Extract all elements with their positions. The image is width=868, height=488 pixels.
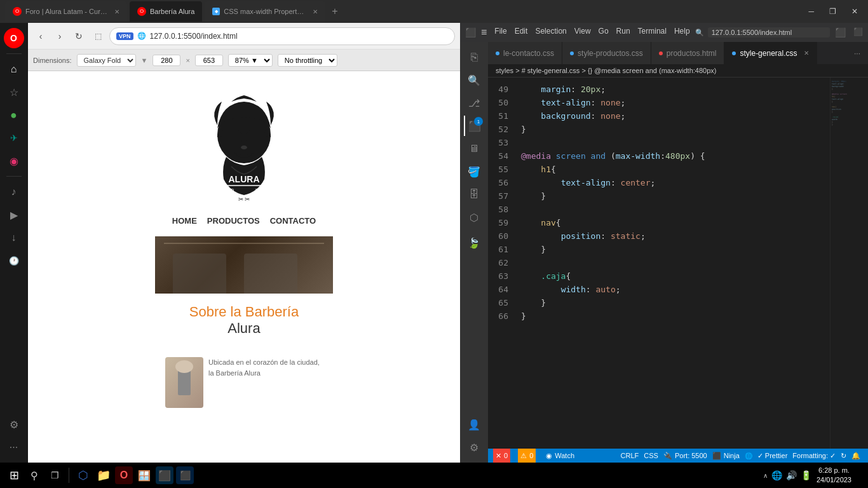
status-sync[interactable]: ↻ <box>838 449 849 463</box>
nav-home[interactable]: HOME <box>172 216 197 226</box>
tab-style-general-close[interactable]: ✕ <box>804 50 809 57</box>
act-icon-settings-gear[interactable]: ⚙ <box>464 437 484 458</box>
sidebar-icon-music[interactable]: ♪ <box>4 182 24 202</box>
menu-run[interactable]: Run <box>616 27 630 38</box>
taskbar-vscode-2[interactable]: ⬛ <box>176 466 194 484</box>
sidebar-icon-whatsapp[interactable]: ● <box>4 105 24 125</box>
status-ninja[interactable]: ⬛ Ninja <box>710 449 742 463</box>
phone-frame: ALURA ESTD 2020 ✂ ✂ <box>155 74 333 460</box>
width-input[interactable] <box>153 55 180 66</box>
nav-productos[interactable]: PRODUCTOS <box>207 216 260 226</box>
nav-forward-button[interactable]: › <box>52 29 67 44</box>
menu-file[interactable]: File <box>494 27 506 38</box>
tab-style-productos[interactable]: style-productos.css <box>562 42 651 64</box>
sidebar-icon-instagram[interactable]: ◉ <box>4 151 24 171</box>
edge-icon: ⬡ <box>78 468 88 482</box>
system-clock[interactable]: 6:28 p. m. 24/01/2023 <box>817 466 851 485</box>
formatting-label: Formatting: ✓ <box>792 452 836 460</box>
tab-style-general[interactable]: style-general.css ✕ <box>724 42 817 64</box>
editor-tab-more[interactable]: ··· <box>846 49 868 58</box>
status-notifications[interactable]: 🔔 <box>849 449 863 463</box>
tray-battery-icon[interactable]: 🔋 <box>801 470 811 480</box>
close-button[interactable]: ✕ <box>846 7 863 16</box>
throttle-select[interactable]: No throttling <box>278 54 337 67</box>
status-formatting[interactable]: Formatting: ✓ <box>790 449 838 463</box>
nav-device-toggle[interactable]: ⬚ <box>90 29 105 44</box>
act-icon-layers[interactable]: ⬡ <box>464 207 484 227</box>
minimize-button[interactable]: ─ <box>803 7 819 16</box>
act-icon-search[interactable]: 🔍 <box>464 70 484 90</box>
tab-foro[interactable]: O Foro | Alura Latam - Cursos... ✕ <box>5 1 127 22</box>
tab-css-dot-1 <box>496 51 499 55</box>
act-icon-explorer[interactable]: ⎘ <box>464 47 484 67</box>
status-port[interactable]: 🔌 Port: 5500 <box>661 449 710 463</box>
nav-refresh-button[interactable]: ↻ <box>71 29 86 44</box>
act-icon-extensions[interactable]: ⬛ 1 <box>464 116 484 136</box>
vscode-hamburger[interactable]: ≡ <box>481 27 487 38</box>
vscode-split-icon[interactable]: ⬛ <box>853 27 863 37</box>
restore-button[interactable]: ❐ <box>824 7 841 16</box>
taskbar-task-view[interactable]: ❐ <box>46 466 64 484</box>
tab-barberia[interactable]: O Barbería Alura <box>130 1 202 22</box>
sidebar-icon-download[interactable]: ↓ <box>4 227 24 248</box>
sidebar-icon-bookmark[interactable]: ☆ <box>4 82 24 102</box>
device-select[interactable]: Galaxy Fold <box>77 54 136 67</box>
nav-back-button[interactable]: ‹ <box>33 29 48 44</box>
taskbar-start-button[interactable]: ⊞ <box>5 466 23 484</box>
status-errors[interactable]: ✕ 0 <box>493 449 510 463</box>
status-prettier[interactable]: ✓ Prettier <box>755 449 790 463</box>
status-crlf[interactable]: CRLF <box>618 449 642 463</box>
status-remote[interactable]: 🌐 <box>742 449 755 463</box>
act-icon-git[interactable]: ⎇ <box>464 93 484 113</box>
act-icon-database[interactable]: 🗄 <box>464 184 484 205</box>
sidebar-icon-more[interactable]: ··· <box>4 437 24 458</box>
zoom-select[interactable]: 87% ▼ <box>228 54 273 67</box>
act-icon-remote[interactable]: 🖥 <box>464 139 484 159</box>
tray-chevron[interactable]: ∧ <box>763 472 768 479</box>
status-warnings[interactable]: ⚠ 0 <box>518 449 536 463</box>
taskbar-opera[interactable]: O <box>115 466 133 484</box>
sidebar-icon-telegram[interactable]: ✈ <box>4 128 24 148</box>
sidebar-opera-logo[interactable]: O <box>4 28 24 48</box>
tray-volume-icon[interactable]: 🔊 <box>786 470 797 480</box>
new-tab-button[interactable]: + <box>328 6 341 17</box>
sidebar-icon-settings[interactable]: ⚙ <box>4 414 24 435</box>
sidebar-icon-history[interactable]: 🕐 <box>4 250 24 271</box>
tab-css-close[interactable]: ✕ <box>313 8 318 15</box>
vscode-search-text[interactable]: 127.0.0.1:5500/index.html <box>708 27 831 37</box>
taskbar-vscode[interactable]: ⬛ <box>156 466 173 484</box>
sidebar-icon-play[interactable]: ▶ <box>4 205 24 225</box>
url-bar[interactable]: VPN 🌐 127.0.0.1:5500/index.html <box>109 27 455 45</box>
act-icon-account[interactable]: 👤 <box>464 414 484 435</box>
tab-productos-html[interactable]: productos.html <box>651 42 725 64</box>
menu-view[interactable]: View <box>574 27 591 38</box>
sidebar-icon-home[interactable]: ⌂ <box>4 59 24 79</box>
status-watch[interactable]: ◉ Watch <box>543 449 577 463</box>
act-icon-docker[interactable]: 🪣 <box>464 161 484 182</box>
taskbar-search[interactable]: ⚲ <box>25 466 43 484</box>
vscode-layout-icon[interactable]: ⬛ <box>835 27 846 37</box>
nav-contacto[interactable]: CONTACTO <box>270 216 316 226</box>
menu-selection[interactable]: Selection <box>535 27 566 38</box>
act-icon-leaf[interactable]: 🍃 <box>464 233 484 253</box>
taskbar-explorer[interactable]: 📁 <box>95 466 112 484</box>
taskbar-store[interactable]: 🪟 <box>135 466 153 484</box>
status-lang[interactable]: CSS <box>641 449 661 463</box>
line-num-57: 57 <box>488 189 508 203</box>
menu-help[interactable]: Help <box>674 27 690 38</box>
taskbar-edge[interactable]: ⬡ <box>74 466 92 484</box>
tab-css-label: CSS max-width Property - ... <box>224 8 306 15</box>
tab-foro-close[interactable]: ✕ <box>114 8 119 15</box>
webpage-preview: ALURA ESTD 2020 ✂ ✂ <box>28 71 460 463</box>
code-content[interactable]: margin: 20px; text-align: none; backgrou… <box>516 78 830 449</box>
tab-css[interactable]: ◆ CSS max-width Property - ... ✕ <box>205 1 325 22</box>
menu-edit[interactable]: Edit <box>515 27 528 38</box>
menu-go[interactable]: Go <box>599 27 609 38</box>
url-text: 127.0.0.1:5500/index.html <box>150 32 448 41</box>
tray-network-icon[interactable]: 🌐 <box>771 470 782 480</box>
tab-le-contacto[interactable]: le-contacto.css <box>488 42 562 64</box>
taskbar: ⊞ ⚲ ❐ ⬡ 📁 O 🪟 ⬛ ⬛ ∧ 🌐 <box>0 463 868 488</box>
code-line-58 <box>521 203 830 216</box>
height-input[interactable] <box>195 55 223 66</box>
menu-terminal[interactable]: Terminal <box>638 27 667 38</box>
